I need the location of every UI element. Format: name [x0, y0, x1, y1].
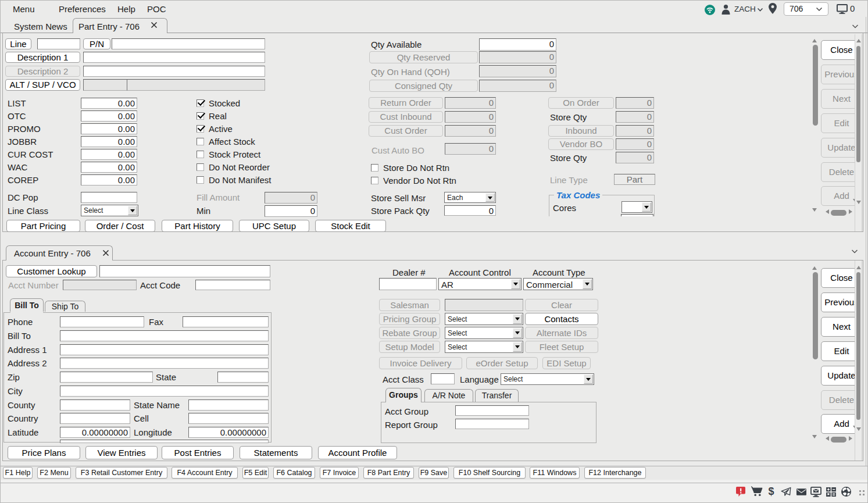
svg-text:$: $ — [768, 486, 774, 497]
